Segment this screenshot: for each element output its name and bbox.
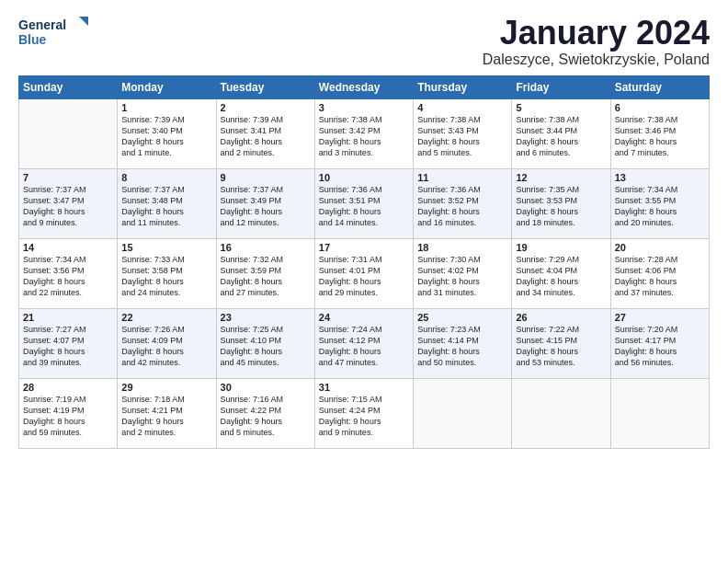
header-row-days: Sunday Monday Tuesday Wednesday Thursday… xyxy=(19,75,710,98)
calendar-cell: 11Sunrise: 7:36 AM Sunset: 3:52 PM Dayli… xyxy=(414,168,512,238)
cell-content: Sunrise: 7:28 AM Sunset: 4:06 PM Dayligh… xyxy=(615,254,705,299)
week-row-3: 14Sunrise: 7:34 AM Sunset: 3:56 PM Dayli… xyxy=(19,238,710,308)
day-number: 7 xyxy=(23,172,113,183)
cell-content: Sunrise: 7:20 AM Sunset: 4:17 PM Dayligh… xyxy=(615,324,705,369)
cell-content: Sunrise: 7:38 AM Sunset: 3:44 PM Dayligh… xyxy=(516,114,606,159)
day-number: 5 xyxy=(516,102,606,113)
cell-content: Sunrise: 7:31 AM Sunset: 4:01 PM Dayligh… xyxy=(319,254,409,299)
month-title: January 2024 xyxy=(483,15,710,52)
day-number: 31 xyxy=(319,382,409,393)
calendar-cell: 22Sunrise: 7:26 AM Sunset: 4:09 PM Dayli… xyxy=(118,308,216,378)
cell-content: Sunrise: 7:27 AM Sunset: 4:07 PM Dayligh… xyxy=(23,324,113,369)
calendar-cell: 5Sunrise: 7:38 AM Sunset: 3:44 PM Daylig… xyxy=(512,98,610,168)
calendar-cell: 31Sunrise: 7:15 AM Sunset: 4:24 PM Dayli… xyxy=(314,378,413,448)
location-title: Daleszyce, Swietokrzyskie, Poland xyxy=(483,52,710,68)
svg-text:Blue: Blue xyxy=(18,32,47,47)
day-number: 9 xyxy=(221,172,311,183)
cell-content: Sunrise: 7:37 AM Sunset: 3:47 PM Dayligh… xyxy=(23,184,113,229)
page: General Blue January 2024 Daleszyce, Swi… xyxy=(0,0,728,458)
calendar-cell xyxy=(19,98,118,168)
calendar-table: Sunday Monday Tuesday Wednesday Thursday… xyxy=(18,75,710,449)
day-number: 17 xyxy=(319,242,409,253)
day-number: 28 xyxy=(23,382,113,393)
day-number: 18 xyxy=(417,242,507,253)
calendar-cell: 12Sunrise: 7:35 AM Sunset: 3:53 PM Dayli… xyxy=(512,168,610,238)
day-number: 30 xyxy=(221,382,311,393)
logo-svg: General Blue xyxy=(18,15,92,52)
calendar-cell: 13Sunrise: 7:34 AM Sunset: 3:55 PM Dayli… xyxy=(610,168,709,238)
cell-content: Sunrise: 7:29 AM Sunset: 4:04 PM Dayligh… xyxy=(516,254,606,299)
day-number: 12 xyxy=(516,172,606,183)
logo: General Blue xyxy=(18,15,92,52)
col-tuesday: Tuesday xyxy=(216,75,314,98)
calendar-cell: 1Sunrise: 7:39 AM Sunset: 3:40 PM Daylig… xyxy=(118,98,216,168)
day-number: 20 xyxy=(615,242,705,253)
calendar-cell: 19Sunrise: 7:29 AM Sunset: 4:04 PM Dayli… xyxy=(512,238,610,308)
day-number: 4 xyxy=(417,102,507,113)
calendar-cell xyxy=(512,378,610,448)
calendar-cell: 7Sunrise: 7:37 AM Sunset: 3:47 PM Daylig… xyxy=(19,168,118,238)
calendar-cell xyxy=(414,378,512,448)
calendar-cell: 26Sunrise: 7:22 AM Sunset: 4:15 PM Dayli… xyxy=(512,308,610,378)
cell-content: Sunrise: 7:35 AM Sunset: 3:53 PM Dayligh… xyxy=(516,184,606,229)
calendar-cell: 6Sunrise: 7:38 AM Sunset: 3:46 PM Daylig… xyxy=(610,98,709,168)
cell-content: Sunrise: 7:24 AM Sunset: 4:12 PM Dayligh… xyxy=(319,324,409,369)
day-number: 16 xyxy=(221,242,311,253)
calendar-cell: 18Sunrise: 7:30 AM Sunset: 4:02 PM Dayli… xyxy=(414,238,512,308)
calendar-cell: 29Sunrise: 7:18 AM Sunset: 4:21 PM Dayli… xyxy=(118,378,216,448)
calendar-cell: 24Sunrise: 7:24 AM Sunset: 4:12 PM Dayli… xyxy=(314,308,413,378)
week-row-4: 21Sunrise: 7:27 AM Sunset: 4:07 PM Dayli… xyxy=(19,308,710,378)
week-row-2: 7Sunrise: 7:37 AM Sunset: 3:47 PM Daylig… xyxy=(19,168,710,238)
week-row-1: 1Sunrise: 7:39 AM Sunset: 3:40 PM Daylig… xyxy=(19,98,710,168)
day-number: 1 xyxy=(121,102,211,113)
cell-content: Sunrise: 7:30 AM Sunset: 4:02 PM Dayligh… xyxy=(417,254,507,299)
day-number: 3 xyxy=(319,102,409,113)
calendar-cell: 25Sunrise: 7:23 AM Sunset: 4:14 PM Dayli… xyxy=(414,308,512,378)
day-number: 19 xyxy=(516,242,606,253)
day-number: 10 xyxy=(319,172,409,183)
col-sunday: Sunday xyxy=(19,75,118,98)
calendar-cell: 3Sunrise: 7:38 AM Sunset: 3:42 PM Daylig… xyxy=(314,98,413,168)
cell-content: Sunrise: 7:32 AM Sunset: 3:59 PM Dayligh… xyxy=(221,254,311,299)
day-number: 14 xyxy=(23,242,113,253)
col-thursday: Thursday xyxy=(414,75,512,98)
day-number: 29 xyxy=(121,382,211,393)
calendar-cell: 20Sunrise: 7:28 AM Sunset: 4:06 PM Dayli… xyxy=(610,238,709,308)
cell-content: Sunrise: 7:37 AM Sunset: 3:49 PM Dayligh… xyxy=(221,184,311,229)
day-number: 13 xyxy=(615,172,705,183)
day-number: 2 xyxy=(221,102,311,113)
cell-content: Sunrise: 7:39 AM Sunset: 3:41 PM Dayligh… xyxy=(221,114,311,159)
cell-content: Sunrise: 7:25 AM Sunset: 4:10 PM Dayligh… xyxy=(221,324,311,369)
calendar-cell: 17Sunrise: 7:31 AM Sunset: 4:01 PM Dayli… xyxy=(314,238,413,308)
day-number: 25 xyxy=(417,312,507,323)
day-number: 27 xyxy=(615,312,705,323)
day-number: 6 xyxy=(615,102,705,113)
calendar-cell: 4Sunrise: 7:38 AM Sunset: 3:43 PM Daylig… xyxy=(414,98,512,168)
calendar-cell: 10Sunrise: 7:36 AM Sunset: 3:51 PM Dayli… xyxy=(314,168,413,238)
cell-content: Sunrise: 7:34 AM Sunset: 3:56 PM Dayligh… xyxy=(23,254,113,299)
cell-content: Sunrise: 7:36 AM Sunset: 3:52 PM Dayligh… xyxy=(417,184,507,229)
day-number: 23 xyxy=(221,312,311,323)
cell-content: Sunrise: 7:26 AM Sunset: 4:09 PM Dayligh… xyxy=(121,324,211,369)
calendar-cell: 27Sunrise: 7:20 AM Sunset: 4:17 PM Dayli… xyxy=(610,308,709,378)
svg-marker-2 xyxy=(79,17,88,26)
calendar-cell: 30Sunrise: 7:16 AM Sunset: 4:22 PM Dayli… xyxy=(216,378,314,448)
calendar-cell: 15Sunrise: 7:33 AM Sunset: 3:58 PM Dayli… xyxy=(118,238,216,308)
day-number: 11 xyxy=(417,172,507,183)
week-row-5: 28Sunrise: 7:19 AM Sunset: 4:19 PM Dayli… xyxy=(19,378,710,448)
title-area: January 2024 Daleszyce, Swietokrzyskie, … xyxy=(483,15,710,68)
calendar-cell xyxy=(610,378,709,448)
day-number: 8 xyxy=(121,172,211,183)
cell-content: Sunrise: 7:38 AM Sunset: 3:42 PM Dayligh… xyxy=(319,114,409,159)
calendar-cell: 8Sunrise: 7:37 AM Sunset: 3:48 PM Daylig… xyxy=(118,168,216,238)
calendar-cell: 21Sunrise: 7:27 AM Sunset: 4:07 PM Dayli… xyxy=(19,308,118,378)
cell-content: Sunrise: 7:16 AM Sunset: 4:22 PM Dayligh… xyxy=(221,394,311,439)
cell-content: Sunrise: 7:38 AM Sunset: 3:43 PM Dayligh… xyxy=(417,114,507,159)
cell-content: Sunrise: 7:23 AM Sunset: 4:14 PM Dayligh… xyxy=(417,324,507,369)
svg-text:General: General xyxy=(18,17,66,32)
cell-content: Sunrise: 7:19 AM Sunset: 4:19 PM Dayligh… xyxy=(23,394,113,439)
calendar-cell: 14Sunrise: 7:34 AM Sunset: 3:56 PM Dayli… xyxy=(19,238,118,308)
calendar-cell: 2Sunrise: 7:39 AM Sunset: 3:41 PM Daylig… xyxy=(216,98,314,168)
day-number: 26 xyxy=(516,312,606,323)
cell-content: Sunrise: 7:39 AM Sunset: 3:40 PM Dayligh… xyxy=(121,114,211,159)
